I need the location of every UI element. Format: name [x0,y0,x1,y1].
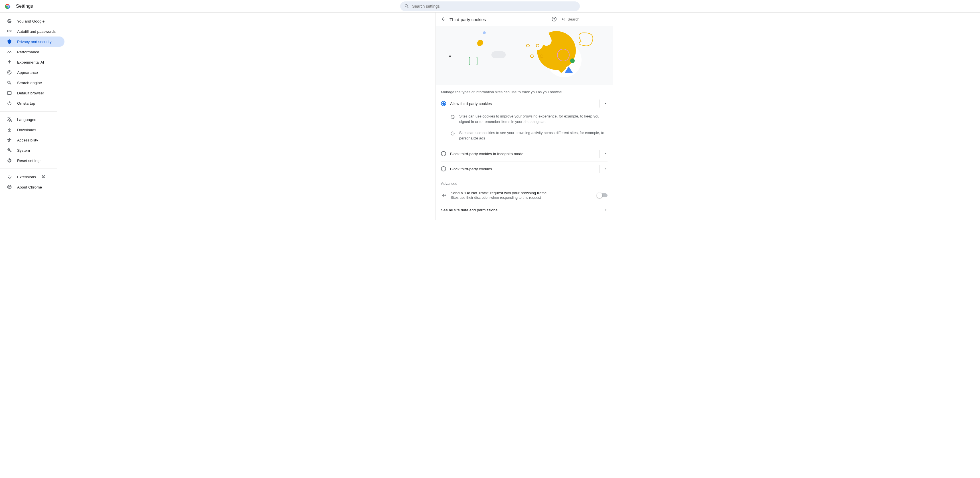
svg-point-20 [570,59,575,63]
sidebar-item-downloads[interactable]: Downloads [0,125,64,135]
power-icon [7,101,12,106]
speedometer-icon [7,49,12,54]
svg-point-24 [453,117,453,118]
svg-point-8 [9,138,10,139]
chevron-down-icon[interactable] [603,152,608,156]
svg-point-27 [453,133,453,134]
shield-icon [7,39,12,44]
radio-button[interactable] [441,151,446,156]
sidebar-separator [0,168,57,169]
sidebar-item-search-engine[interactable]: Search engine [0,78,64,88]
download-icon [7,127,12,132]
chevron-down-icon[interactable] [603,167,608,171]
extension-icon [7,174,12,179]
option-detail-text: Sites can use cookies to see your browsi… [459,130,608,141]
search-icon [7,80,12,85]
sidebar-item-autofill[interactable]: Autofill and passwords [0,26,64,37]
sidebar-item-you-and-google[interactable]: You and Google [0,16,64,26]
top-search-input[interactable] [412,4,576,8]
site-data-link[interactable]: See all site data and permissions [441,203,608,215]
radio-button[interactable] [441,166,446,172]
svg-point-6 [10,71,10,72]
panel-description: Manage the types of information sites ca… [441,85,608,96]
panel-search-input[interactable] [568,17,608,21]
svg-point-17 [530,55,533,58]
sidebar-item-label: Search engine [17,81,42,85]
dnt-title: Send a "Do Not Track" request with your … [451,191,597,195]
sidebar-item-extensions[interactable]: Extensions [0,172,64,182]
svg-point-22 [451,115,454,119]
option-block-third-party[interactable]: Block third-party cookies [441,161,608,176]
cookie-icon [450,114,455,119]
sidebar-item-experimental-ai[interactable]: Experimental AI [0,57,64,67]
settings-panel: Third-party cookies w [436,13,613,220]
advanced-section-label: Advanced [441,176,608,187]
panel-header: Third-party cookies [436,13,612,26]
sidebar-separator [0,111,57,111]
option-label: Block third-party cookies [450,167,599,171]
do-not-track-icon [441,193,446,198]
do-not-track-row: Send a "Do Not Track" request with your … [441,187,608,203]
sidebar-item-label: Default browser [17,91,44,95]
external-link-icon [41,174,46,179]
sidebar-item-label: About Chrome [17,185,42,189]
sidebar-item-on-startup[interactable]: On startup [0,98,64,108]
panel-title: Third-party cookies [450,17,551,22]
sidebar-item-appearance[interactable]: Appearance [0,67,64,78]
sidebar-item-label: Downloads [17,128,36,132]
help-button[interactable] [551,16,557,23]
sidebar-item-system[interactable]: System [0,145,64,156]
sidebar-item-label: Performance [17,50,39,54]
cookie-icon [450,131,455,136]
sparkle-icon [7,60,12,65]
svg-point-11 [483,31,486,34]
svg-point-15 [527,44,529,47]
svg-point-4 [8,72,9,72]
top-search-box[interactable] [400,2,580,11]
panel-search-box[interactable] [562,17,608,22]
dnt-subtitle: Sites use their discretion when respondi… [451,195,597,200]
sidebar-item-privacy[interactable]: Privacy and security [0,37,64,47]
sidebar-item-label: Extensions [17,175,36,179]
sidebar-item-label: Autofill and passwords [17,29,56,33]
svg-rect-7 [7,92,11,95]
option-block-incognito[interactable]: Block third-party cookies in Incognito m… [441,146,608,161]
sidebar-item-label: System [17,148,30,152]
sidebar-item-label: Experimental AI [17,60,44,65]
sidebar-item-default-browser[interactable]: Default browser [0,88,64,98]
option-details: Sites can use cookies to improve your br… [450,111,608,146]
svg-point-16 [536,44,539,47]
sidebar-item-accessibility[interactable]: Accessibility [0,135,64,145]
chevron-up-icon[interactable] [603,102,608,106]
sidebar-item-label: Privacy and security [17,40,52,44]
option-label: Block third-party cookies in Incognito m… [450,152,599,156]
back-button[interactable] [441,17,446,22]
sidebar: You and Google Autofill and passwords Pr… [0,13,68,220]
sidebar-item-languages[interactable]: Languages [0,114,64,125]
sidebar-item-about[interactable]: About Chrome [0,182,64,192]
svg-point-3 [7,5,8,7]
sidebar-item-performance[interactable]: Performance [0,47,64,57]
sidebar-item-label: Accessibility [17,138,38,142]
option-detail-text: Sites can use cookies to improve your br… [459,114,608,125]
translate-icon [7,117,12,122]
wrench-icon [7,148,12,153]
option-label: Allow third-party cookies [450,102,599,106]
dnt-toggle[interactable] [597,193,608,197]
google-g-icon [7,19,12,24]
browser-icon [7,91,12,95]
accessibility-icon [7,138,12,143]
search-icon [562,17,566,21]
svg-point-23 [452,116,452,117]
option-allow-third-party[interactable]: Allow third-party cookies [441,96,608,111]
radio-button[interactable] [441,101,446,106]
sidebar-item-label: Languages [17,118,36,122]
app-title: Settings [16,3,33,9]
sidebar-item-reset[interactable]: Reset settings [0,156,64,166]
chevron-right-icon [605,208,608,212]
hero-illustration: w [436,26,612,85]
reset-icon [7,158,12,163]
sidebar-item-label: Appearance [17,70,38,75]
sidebar-item-label: On startup [17,101,35,106]
svg-point-25 [451,132,454,135]
